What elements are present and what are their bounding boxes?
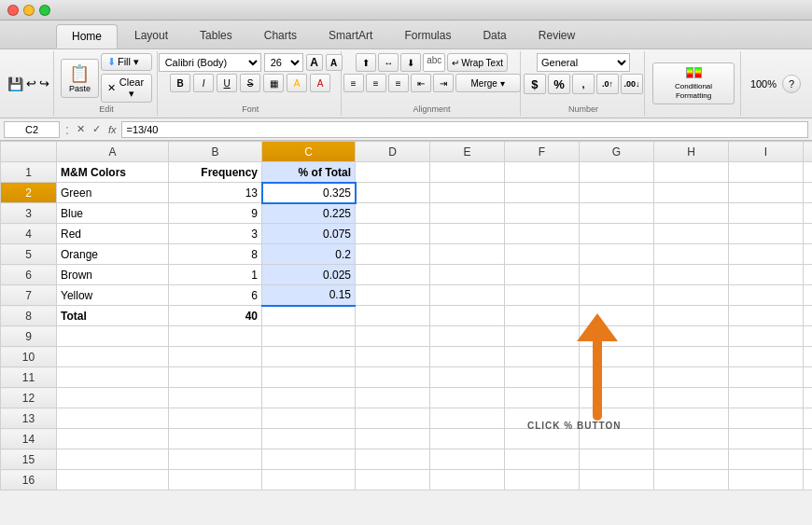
cell-h7[interactable] <box>654 285 729 306</box>
cell-j6[interactable] <box>804 265 813 285</box>
cell-j2[interactable] <box>804 183 813 203</box>
cell-g3[interactable] <box>580 203 654 224</box>
undo-icon[interactable]: ↩ <box>26 76 36 90</box>
col-header-a[interactable]: A <box>57 142 169 162</box>
cell-f2[interactable] <box>505 183 580 203</box>
col-header-h[interactable]: H <box>654 142 729 162</box>
cell-e8[interactable] <box>430 306 505 326</box>
font-name-select[interactable]: Calibri (Body) <box>159 53 261 72</box>
cell-j7[interactable] <box>804 285 813 306</box>
cell-c8[interactable] <box>262 306 356 326</box>
row-header-3[interactable]: 3 <box>1 203 57 224</box>
cell-e6[interactable] <box>430 265 505 285</box>
conditional-formatting-button[interactable]: Conditional Formatting <box>652 62 735 104</box>
fill-button[interactable]: ⬇ Fill ▾ <box>101 53 152 71</box>
cell-g2[interactable] <box>580 183 654 203</box>
cell-c4[interactable]: 0.075 <box>262 224 356 244</box>
merge-button[interactable]: Merge ▾ <box>455 74 521 92</box>
row-header-7[interactable]: 7 <box>1 285 57 306</box>
cell-i2[interactable] <box>729 183 804 203</box>
confirm-formula-button[interactable]: ✓ <box>91 123 103 135</box>
cell-h6[interactable] <box>654 265 729 285</box>
cell-j5[interactable] <box>804 244 813 265</box>
cancel-formula-button[interactable]: ✕ <box>75 123 87 135</box>
decrease-decimal-button[interactable]: .00↓ <box>621 74 643 94</box>
tab-charts[interactable]: Charts <box>249 24 312 48</box>
row-header-4[interactable]: 4 <box>1 224 57 244</box>
clear-button[interactable]: ✕ Clear ▾ <box>101 74 152 103</box>
cell-a7[interactable]: Yellow <box>57 285 169 306</box>
cell-f7[interactable] <box>505 285 580 306</box>
cell-b2[interactable]: 13 <box>169 183 262 203</box>
cell-j1[interactable] <box>804 162 813 183</box>
wrap-text-button[interactable]: ↵ Wrap Text <box>447 53 508 72</box>
col-header-f[interactable]: F <box>505 142 580 162</box>
formula-input[interactable] <box>121 121 808 138</box>
cell-d6[interactable] <box>356 265 430 285</box>
font-size-select[interactable]: 26 <box>264 53 303 72</box>
cell-b3[interactable]: 9 <box>169 203 262 224</box>
cell-f5[interactable] <box>505 244 580 265</box>
cell-e4[interactable] <box>430 224 505 244</box>
cell-a4[interactable]: Red <box>57 224 169 244</box>
align-middle-button[interactable]: ↔ <box>378 53 399 72</box>
row-header-12[interactable]: 12 <box>1 388 57 408</box>
cell-i4[interactable] <box>729 224 804 244</box>
cell-h3[interactable] <box>654 203 729 224</box>
row-header-11[interactable]: 11 <box>1 367 57 388</box>
paste-button[interactable]: 📋 Paste <box>61 59 99 98</box>
cell-b8[interactable]: 40 <box>169 306 262 326</box>
col-header-j[interactable]: J <box>804 142 813 162</box>
cell-h5[interactable] <box>654 244 729 265</box>
cell-reference-input[interactable] <box>4 121 60 138</box>
row-header-16[interactable]: 16 <box>1 470 57 490</box>
col-header-c[interactable]: C <box>262 142 356 162</box>
row-header-10[interactable]: 10 <box>1 347 57 367</box>
align-bottom-button[interactable]: ⬇ <box>400 53 421 72</box>
row-header-5[interactable]: 5 <box>1 244 57 265</box>
row-header-1[interactable]: 1 <box>1 162 57 183</box>
cell-j8[interactable] <box>804 306 813 326</box>
cell-c7[interactable]: 0.15 <box>262 285 356 306</box>
cell-a5[interactable]: Orange <box>57 244 169 265</box>
cell-i1[interactable] <box>729 162 804 183</box>
cell-a3[interactable]: Blue <box>57 203 169 224</box>
bold-button[interactable]: B <box>170 74 190 92</box>
col-header-e[interactable]: E <box>430 142 505 162</box>
cell-c9[interactable] <box>262 326 356 347</box>
cell-f1[interactable] <box>505 162 580 183</box>
cell-b9[interactable] <box>169 326 262 347</box>
cell-c3[interactable]: 0.225 <box>262 203 356 224</box>
tab-home[interactable]: Home <box>56 24 118 48</box>
cell-i8[interactable] <box>729 306 804 326</box>
comma-button[interactable]: , <box>572 74 595 94</box>
cell-b7[interactable]: 6 <box>169 285 262 306</box>
cell-f6[interactable] <box>505 265 580 285</box>
row-header-2[interactable]: 2 <box>1 183 57 203</box>
strikethrough-button[interactable]: S <box>240 74 260 92</box>
percent-button[interactable]: % <box>548 74 570 94</box>
decrease-font-size-button[interactable]: A <box>326 54 343 71</box>
tab-review[interactable]: Review <box>524 24 590 48</box>
cell-g7[interactable] <box>580 285 654 306</box>
row-header-6[interactable]: 6 <box>1 265 57 285</box>
cell-j4[interactable] <box>804 224 813 244</box>
col-header-d[interactable]: D <box>356 142 430 162</box>
cell-f4[interactable] <box>505 224 580 244</box>
cell-f3[interactable] <box>505 203 580 224</box>
cell-c5[interactable]: 0.2 <box>262 244 356 265</box>
indent-decrease-button[interactable]: ⇤ <box>411 74 431 92</box>
tab-formulas[interactable]: Formulas <box>389 24 466 48</box>
cell-j3[interactable] <box>804 203 813 224</box>
currency-button[interactable]: $ <box>524 74 546 94</box>
cell-f8[interactable] <box>505 306 580 326</box>
cell-g1[interactable] <box>580 162 654 183</box>
row-header-13[interactable]: 13 <box>1 408 57 429</box>
cell-d4[interactable] <box>356 224 430 244</box>
borders-button[interactable]: ▦ <box>263 74 284 92</box>
maximize-button[interactable] <box>39 5 50 16</box>
cell-e1[interactable] <box>430 162 505 183</box>
cell-d8[interactable] <box>356 306 430 326</box>
col-header-g[interactable]: G <box>580 142 654 162</box>
cell-d3[interactable] <box>356 203 430 224</box>
